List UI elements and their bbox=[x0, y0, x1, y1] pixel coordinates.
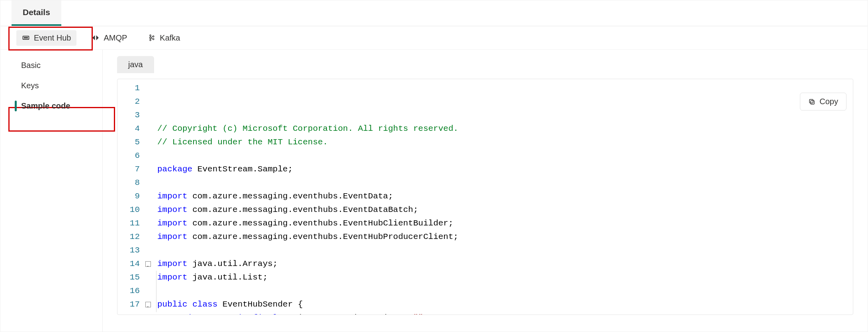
svg-point-1 bbox=[24, 37, 25, 38]
code-lines: // Copyright (c) Microsoft Corporation. … bbox=[152, 82, 853, 312]
code-editor[interactable]: 1234567891011121314151617 // Copyright (… bbox=[117, 79, 853, 315]
protocol-tab-label: AMQP bbox=[104, 33, 127, 43]
svg-point-4 bbox=[150, 35, 151, 36]
line-number-gutter: 1234567891011121314151617 bbox=[117, 82, 145, 312]
tab-details[interactable]: Details bbox=[12, 0, 61, 26]
sidebar-item-sample-code[interactable]: Sample code bbox=[0, 96, 102, 116]
sidebar-item-basic[interactable]: Basic bbox=[0, 55, 102, 76]
kafka-icon bbox=[148, 34, 156, 42]
protocol-tab-label: Event Hub bbox=[34, 33, 71, 43]
protocol-tab-amqp[interactable]: AMQP bbox=[86, 30, 133, 46]
svg-point-3 bbox=[27, 37, 27, 38]
svg-line-12 bbox=[151, 38, 153, 39]
protocol-tabs: Event Hub AMQP bbox=[0, 26, 868, 50]
svg-point-6 bbox=[150, 39, 151, 41]
amqp-icon bbox=[92, 34, 100, 42]
svg-line-11 bbox=[151, 37, 153, 37]
protocol-tab-eventhub[interactable]: Event Hub bbox=[16, 30, 76, 46]
svg-point-8 bbox=[153, 39, 154, 40]
language-chip[interactable]: java bbox=[117, 56, 154, 73]
protocol-tab-label: Kafka bbox=[160, 33, 180, 43]
eventhub-icon bbox=[22, 34, 30, 42]
code-block: Copy 1234567891011121314151617 // Copyri… bbox=[117, 79, 853, 315]
svg-point-2 bbox=[25, 37, 26, 38]
protocol-tab-kafka[interactable]: Kafka bbox=[142, 30, 186, 46]
svg-point-7 bbox=[153, 36, 154, 37]
content-area: java Copy 1234567891011121314151617 bbox=[103, 50, 868, 332]
fold-column bbox=[145, 82, 152, 312]
sidebar: Basic Keys Sample code bbox=[0, 50, 103, 332]
page-tabs: Details bbox=[0, 0, 868, 26]
sidebar-item-keys[interactable]: Keys bbox=[0, 76, 102, 96]
